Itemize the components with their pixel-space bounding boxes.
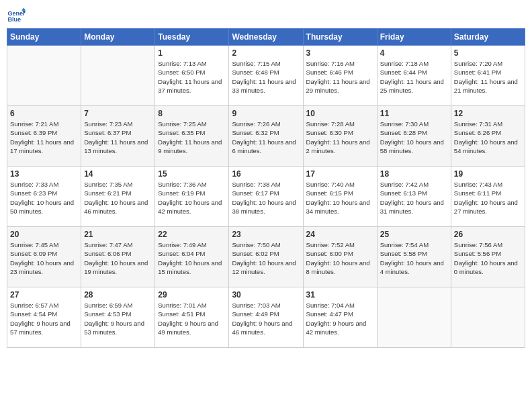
calendar-cell: 15Sunrise: 7:36 AM Sunset: 6:19 PM Dayli… — [155, 167, 229, 227]
day-number: 24 — [306, 230, 374, 239]
day-number: 1 — [158, 48, 226, 58]
calendar-cell: 5Sunrise: 7:20 AM Sunset: 6:41 PM Daylig… — [451, 46, 525, 106]
header: General Blue — [7, 7, 525, 26]
day-info: Sunrise: 7:16 AM Sunset: 6:46 PM Dayligh… — [306, 59, 374, 95]
day-number: 2 — [232, 48, 300, 58]
day-info: Sunrise: 7:21 AM Sunset: 6:39 PM Dayligh… — [10, 120, 78, 155]
calendar-cell: 12Sunrise: 7:31 AM Sunset: 6:26 PM Dayli… — [451, 106, 525, 167]
day-number: 19 — [454, 169, 522, 179]
calendar-cell: 18Sunrise: 7:42 AM Sunset: 6:13 PM Dayli… — [377, 167, 451, 227]
dow-header-cell: Friday — [377, 29, 451, 46]
day-info: Sunrise: 7:23 AM Sunset: 6:37 PM Dayligh… — [84, 120, 152, 155]
day-info: Sunrise: 7:13 AM Sunset: 6:50 PM Dayligh… — [158, 59, 226, 95]
day-number: 31 — [306, 290, 374, 300]
calendar-cell: 8Sunrise: 7:25 AM Sunset: 6:35 PM Daylig… — [155, 106, 229, 167]
day-number: 30 — [232, 290, 300, 300]
day-info: Sunrise: 7:31 AM Sunset: 6:26 PM Dayligh… — [454, 120, 522, 155]
calendar-cell: 13Sunrise: 7:33 AM Sunset: 6:23 PM Dayli… — [7, 167, 81, 227]
day-info: Sunrise: 7:49 AM Sunset: 6:04 PM Dayligh… — [158, 240, 226, 276]
day-info: Sunrise: 7:47 AM Sunset: 6:06 PM Dayligh… — [84, 240, 152, 276]
calendar-cell: 21Sunrise: 7:47 AM Sunset: 6:06 PM Dayli… — [81, 227, 155, 287]
day-number: 20 — [10, 230, 78, 239]
calendar-week-row: 20Sunrise: 7:45 AM Sunset: 6:09 PM Dayli… — [7, 227, 525, 287]
logo: General Blue — [7, 7, 26, 26]
day-info: Sunrise: 7:50 AM Sunset: 6:02 PM Dayligh… — [232, 240, 300, 276]
calendar-week-row: 13Sunrise: 7:33 AM Sunset: 6:23 PM Dayli… — [7, 167, 525, 227]
day-info: Sunrise: 6:59 AM Sunset: 4:53 PM Dayligh… — [84, 301, 152, 336]
calendar-cell: 10Sunrise: 7:28 AM Sunset: 6:30 PM Dayli… — [303, 106, 377, 167]
day-number: 29 — [158, 290, 226, 300]
day-info: Sunrise: 7:33 AM Sunset: 6:23 PM Dayligh… — [10, 180, 78, 216]
calendar-cell: 6Sunrise: 7:21 AM Sunset: 6:39 PM Daylig… — [7, 106, 81, 167]
svg-text:Blue: Blue — [7, 16, 21, 23]
calendar-week-row: 27Sunrise: 6:57 AM Sunset: 4:54 PM Dayli… — [7, 287, 525, 348]
calendar-cell: 3Sunrise: 7:16 AM Sunset: 6:46 PM Daylig… — [303, 46, 377, 106]
day-number: 12 — [454, 109, 522, 118]
calendar-cell: 29Sunrise: 7:01 AM Sunset: 4:51 PM Dayli… — [155, 287, 229, 348]
day-number: 7 — [84, 109, 152, 118]
day-number: 6 — [10, 109, 78, 118]
day-number: 11 — [380, 109, 448, 118]
calendar-cell: 25Sunrise: 7:54 AM Sunset: 5:58 PM Dayli… — [377, 227, 451, 287]
calendar-cell — [7, 46, 81, 106]
day-info: Sunrise: 7:30 AM Sunset: 6:28 PM Dayligh… — [380, 120, 448, 155]
day-number: 26 — [454, 230, 522, 239]
calendar-body: 1Sunrise: 7:13 AM Sunset: 6:50 PM Daylig… — [7, 46, 525, 348]
day-info: Sunrise: 7:40 AM Sunset: 6:15 PM Dayligh… — [306, 180, 374, 216]
day-number: 21 — [84, 230, 152, 239]
day-info: Sunrise: 6:57 AM Sunset: 4:54 PM Dayligh… — [10, 301, 78, 336]
calendar-cell — [377, 287, 451, 348]
dow-header-cell: Thursday — [303, 29, 377, 46]
calendar-cell: 16Sunrise: 7:38 AM Sunset: 6:17 PM Dayli… — [229, 167, 303, 227]
calendar-cell: 30Sunrise: 7:03 AM Sunset: 4:49 PM Dayli… — [229, 287, 303, 348]
day-info: Sunrise: 7:25 AM Sunset: 6:35 PM Dayligh… — [158, 120, 226, 155]
calendar-cell: 31Sunrise: 7:04 AM Sunset: 4:47 PM Dayli… — [303, 287, 377, 348]
day-info: Sunrise: 7:36 AM Sunset: 6:19 PM Dayligh… — [158, 180, 226, 216]
day-number: 25 — [380, 230, 448, 239]
days-of-week-row: SundayMondayTuesdayWednesdayThursdayFrid… — [7, 29, 525, 46]
calendar-cell: 19Sunrise: 7:43 AM Sunset: 6:11 PM Dayli… — [451, 167, 525, 227]
day-info: Sunrise: 7:26 AM Sunset: 6:32 PM Dayligh… — [232, 120, 300, 155]
dow-header-cell: Wednesday — [229, 29, 303, 46]
dow-header-cell: Saturday — [451, 29, 525, 46]
dow-header-cell: Sunday — [7, 29, 81, 46]
day-number: 16 — [232, 169, 300, 179]
day-info: Sunrise: 7:35 AM Sunset: 6:21 PM Dayligh… — [84, 180, 152, 216]
day-info: Sunrise: 7:28 AM Sunset: 6:30 PM Dayligh… — [306, 120, 374, 155]
calendar-cell: 20Sunrise: 7:45 AM Sunset: 6:09 PM Dayli… — [7, 227, 81, 287]
calendar-cell: 4Sunrise: 7:18 AM Sunset: 6:44 PM Daylig… — [377, 46, 451, 106]
calendar-cell: 1Sunrise: 7:13 AM Sunset: 6:50 PM Daylig… — [155, 46, 229, 106]
day-number: 14 — [84, 169, 152, 179]
calendar-cell: 22Sunrise: 7:49 AM Sunset: 6:04 PM Dayli… — [155, 227, 229, 287]
day-number: 3 — [306, 48, 374, 58]
day-info: Sunrise: 7:52 AM Sunset: 6:00 PM Dayligh… — [306, 240, 374, 276]
dow-header-cell: Monday — [81, 29, 155, 46]
day-number: 15 — [158, 169, 226, 179]
day-number: 17 — [306, 169, 374, 179]
calendar-week-row: 6Sunrise: 7:21 AM Sunset: 6:39 PM Daylig… — [7, 106, 525, 167]
calendar-cell: 14Sunrise: 7:35 AM Sunset: 6:21 PM Dayli… — [81, 167, 155, 227]
calendar-cell — [451, 287, 525, 348]
day-number: 28 — [84, 290, 152, 300]
svg-marker-2 — [21, 7, 26, 10]
day-info: Sunrise: 7:38 AM Sunset: 6:17 PM Dayligh… — [232, 180, 300, 216]
day-number: 22 — [158, 230, 226, 239]
calendar-cell: 23Sunrise: 7:50 AM Sunset: 6:02 PM Dayli… — [229, 227, 303, 287]
day-info: Sunrise: 7:56 AM Sunset: 5:56 PM Dayligh… — [454, 240, 522, 276]
day-info: Sunrise: 7:42 AM Sunset: 6:13 PM Dayligh… — [380, 180, 448, 216]
calendar-cell: 27Sunrise: 6:57 AM Sunset: 4:54 PM Dayli… — [7, 287, 81, 348]
day-number: 27 — [10, 290, 78, 300]
day-number: 4 — [380, 48, 448, 58]
day-number: 18 — [380, 169, 448, 179]
day-number: 9 — [232, 109, 300, 118]
day-number: 8 — [158, 109, 226, 118]
day-number: 5 — [454, 48, 522, 58]
calendar-cell: 7Sunrise: 7:23 AM Sunset: 6:37 PM Daylig… — [81, 106, 155, 167]
calendar-cell: 26Sunrise: 7:56 AM Sunset: 5:56 PM Dayli… — [451, 227, 525, 287]
calendar-cell: 2Sunrise: 7:15 AM Sunset: 6:48 PM Daylig… — [229, 46, 303, 106]
calendar-cell: 24Sunrise: 7:52 AM Sunset: 6:00 PM Dayli… — [303, 227, 377, 287]
day-number: 13 — [10, 169, 78, 179]
calendar-table: SundayMondayTuesdayWednesdayThursdayFrid… — [7, 28, 525, 348]
dow-header-cell: Tuesday — [155, 29, 229, 46]
calendar-cell: 11Sunrise: 7:30 AM Sunset: 6:28 PM Dayli… — [377, 106, 451, 167]
